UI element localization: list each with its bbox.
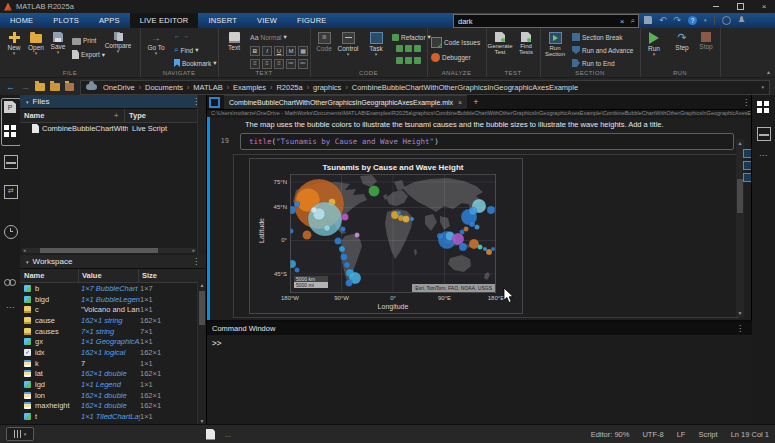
editor-content[interactable]: 19 The map uses the bubble colors to ill… <box>207 117 752 320</box>
tsunami-bubble[interactable] <box>290 260 296 268</box>
minimize-button[interactable] <box>705 0 727 13</box>
collapse-icon[interactable]: ▾ <box>20 259 33 265</box>
stop-button[interactable]: Stop <box>694 32 718 50</box>
close-button[interactable]: × <box>753 0 775 13</box>
run-section-button[interactable]: Run Section <box>542 32 568 57</box>
tsunami-bubble[interactable] <box>397 211 401 215</box>
breadcrumb-item[interactable]: OneDrive <box>101 83 137 92</box>
files-horizontal-scrollbar[interactable]: ◂ ▸ <box>22 248 196 253</box>
export-button[interactable]: Export▾ <box>72 50 105 59</box>
indent-icon[interactable] <box>396 57 403 64</box>
apps-gallery-icon[interactable]: ⇄ <box>4 185 18 199</box>
toolstrip-tab-insert[interactable]: INSERT <box>198 13 247 28</box>
column-name[interactable]: Name <box>20 271 44 280</box>
files-panel-icon[interactable]: P <box>4 101 16 113</box>
help-icon[interactable]: ? <box>688 16 697 25</box>
tsunami-bubble[interactable] <box>342 214 349 221</box>
tsunami-bubble[interactable] <box>469 207 477 215</box>
figure-output[interactable]: Tsunamis by Cause and Wave Height <box>249 158 523 314</box>
command-window-menu-icon[interactable]: ⋮ <box>731 324 752 333</box>
scrollbar-thumb[interactable] <box>737 179 743 213</box>
breadcrumb-item[interactable]: Documents <box>143 83 185 92</box>
save-button[interactable]: Save▾ <box>46 32 70 54</box>
workspace-row[interactable]: gx1×1 GeographicA...1×1 <box>20 336 206 347</box>
back-icon[interactable]: ← <box>6 82 15 92</box>
panel-toggle-button[interactable]: ▾ <box>6 427 34 441</box>
geographic-axes[interactable]: 5000 km 5000 mi Esri, TomTom, FAO, NOAA,… <box>290 174 496 293</box>
workspace-vertical-scrollbar[interactable]: ▲ ▼ <box>197 281 206 425</box>
workspace-row[interactable]: k71×1 <box>20 358 206 369</box>
code-issues-button[interactable]: Code Issues <box>431 37 480 48</box>
workspace-panel-header[interactable]: ▾ Workspace ⋮ <box>20 255 206 269</box>
breadcrumb-item[interactable]: MATLAB <box>191 83 224 92</box>
workspace-row[interactable]: c"Volcano and Lan...1×1 <box>20 304 206 315</box>
workspace-row[interactable]: lat162×1 double162×1 <box>20 369 206 380</box>
clear-search-icon[interactable]: × <box>617 17 628 26</box>
column-divider[interactable] <box>78 269 79 282</box>
tsunami-bubble[interactable] <box>339 246 345 252</box>
toolstrip-tab-figure[interactable]: FIGURE <box>287 13 337 28</box>
tsunami-bubble[interactable] <box>346 280 353 287</box>
files-panel-header[interactable]: ▾ Files ⋮ <box>20 95 206 109</box>
bold-button[interactable]: B <box>250 46 260 56</box>
refactor-button[interactable]: Refactor▾ <box>392 33 431 41</box>
new-tab-icon[interactable]: + <box>467 97 484 107</box>
workspace-row[interactable]: t1×1 TiledChartLay...1×1 <box>20 411 206 422</box>
close-tab-icon[interactable]: × <box>458 99 462 106</box>
workspace-panel-icon[interactable] <box>4 125 16 137</box>
toolstrip-tab-view[interactable]: VIEW <box>247 13 287 28</box>
underline-button[interactable]: U <box>274 46 284 56</box>
collapse-icon[interactable]: ▾ <box>20 99 33 105</box>
save-icon[interactable] <box>644 16 652 24</box>
code-block[interactable]: title("Tsunamis by Cause and Wave Height… <box>240 133 734 150</box>
smart-indent-icon[interactable] <box>396 45 403 52</box>
documentation-search[interactable]: × ⌕ <box>453 14 639 28</box>
community-icon[interactable] <box>4 277 16 289</box>
command-window-header[interactable]: Command Window ⋮ <box>207 322 752 336</box>
notifications-icon[interactable] <box>738 16 746 24</box>
inspector-panel-icon[interactable] <box>757 127 771 141</box>
task-button[interactable]: Task▾ <box>364 32 388 56</box>
tsunami-bubble[interactable] <box>475 225 480 230</box>
tsunami-bubble[interactable] <box>324 225 330 231</box>
align-center-icon[interactable]: ≡ <box>262 59 272 69</box>
compare-button[interactable]: Compare▾ <box>102 32 134 53</box>
redo-icon[interactable]: ↷ <box>674 14 682 26</box>
workspace-row[interactable]: ✓idx162×1 logical162×1 <box>20 347 206 358</box>
tsunami-bubble[interactable] <box>369 186 380 197</box>
toolstrip-tab-home[interactable]: HOME <box>0 13 43 28</box>
document-tile-icon[interactable] <box>209 97 220 108</box>
search-input[interactable] <box>454 17 617 26</box>
workspace-row[interactable]: maxheight162×1 double162×1 <box>20 401 206 412</box>
address-field[interactable]: OneDrive›Documents›MATLAB›Examples›R2025… <box>80 80 770 95</box>
debugger-button[interactable]: Debugger <box>431 53 471 62</box>
collapse-ribbon-icon[interactable]: ▴ <box>767 68 770 75</box>
history-icon[interactable] <box>4 225 18 239</box>
run-button[interactable]: Run▾ <box>642 32 666 56</box>
run-to-end-button[interactable]: Run to End <box>572 59 615 67</box>
tsunami-bubble[interactable] <box>290 206 296 214</box>
column-type[interactable]: Type <box>129 111 146 120</box>
find-button[interactable]: ⌕Find▾ <box>174 45 198 55</box>
breadcrumb-item[interactable]: CombineBubbleChartWithOtherGraphicsInGeo… <box>350 83 580 92</box>
scroll-left-icon[interactable]: ◂ <box>23 247 26 253</box>
column-divider[interactable] <box>124 109 125 122</box>
align-right-icon[interactable]: ≡ <box>274 59 284 69</box>
workspace-row[interactable]: b1×7 BubbleChart1×7 <box>20 283 206 294</box>
tsunami-bubble[interactable] <box>294 201 300 207</box>
files-vertical-scrollbar[interactable] <box>197 95 206 255</box>
help-dropdown-icon[interactable]: ▾ <box>704 17 707 23</box>
new-folder-icon[interactable] <box>35 83 45 91</box>
profile-icon[interactable] <box>722 16 731 25</box>
undo-icon[interactable]: ↶ <box>659 14 667 26</box>
generate-test-button[interactable]: Generate Test <box>488 32 512 55</box>
wrap-icon[interactable] <box>414 45 421 52</box>
print-button[interactable]: Print <box>72 36 96 45</box>
bookmark-button[interactable]: Bookmark▾ <box>174 59 217 67</box>
scroll-down-icon[interactable]: ▼ <box>736 310 744 316</box>
tsunami-bubble[interactable] <box>478 245 483 250</box>
breadcrumb-item[interactable]: R2025a <box>274 83 304 92</box>
comment-icon[interactable] <box>405 45 412 52</box>
scroll-right-icon[interactable]: ▸ <box>192 247 195 253</box>
workspace-row[interactable]: lon162×1 double162×1 <box>20 390 206 401</box>
